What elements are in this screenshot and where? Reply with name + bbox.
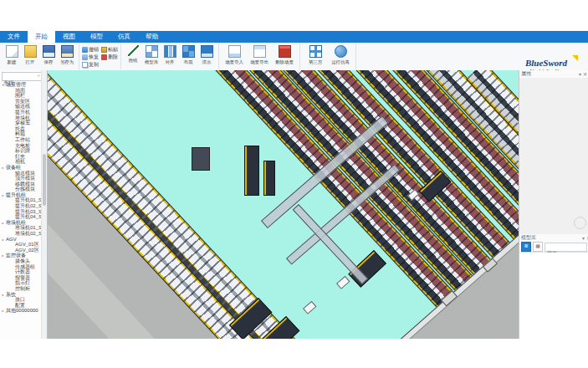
ribbon-button-label: 场景导入 [225, 59, 243, 65]
tree-item[interactable]: 堆垛机01_SB [0, 225, 42, 231]
tree-item[interactable]: 配置 [0, 303, 42, 309]
ribbon-button[interactable]: 删除场景 [273, 44, 296, 66]
ribbon-button[interactable]: 另存为 [59, 44, 75, 66]
tree-item[interactable]: ▸ 监控设备 [0, 253, 42, 258]
ribbon-button[interactable]: 场景导出 [248, 44, 271, 66]
tree-item[interactable]: 灯光 [0, 154, 42, 160]
tree-item[interactable]: ▸ 提升机组 [0, 192, 42, 198]
ribbon-button[interactable]: 模型库 [143, 44, 160, 66]
ribbon-small-icon [101, 47, 107, 53]
tree-item[interactable]: 提升机 [0, 110, 42, 115]
tree-item-label: 提升机 [15, 110, 30, 115]
tree-item[interactable]: 地面 [0, 88, 42, 94]
ribbon-button-label: 场景导出 [250, 59, 268, 65]
tree-item-label: 顶升模块 [15, 176, 35, 181]
tree-item[interactable]: ▸ AGV [0, 237, 42, 243]
tree-item-label: 输送线 [15, 104, 30, 110]
tree-item[interactable]: 托盘 [0, 126, 42, 132]
tree-item[interactable]: 堆垛机 [0, 115, 42, 121]
sidebar-scrollbar[interactable] [41, 70, 47, 339]
menu-tab[interactable]: 仿真 [110, 31, 138, 43]
tree-expand-icon[interactable]: ▸ [3, 309, 6, 313]
collapse-icon[interactable]: ▾ [582, 235, 585, 241]
ribbon-button[interactable]: 演示 [198, 44, 215, 66]
menu-tab[interactable]: 帮助 [138, 31, 166, 43]
tree-item-label: 计数器 [15, 269, 30, 275]
ribbon-button[interactable]: 布局 [180, 44, 197, 66]
tree-item[interactable]: 货架区 [0, 99, 42, 105]
tree-item[interactable]: 提升机02_SB [0, 203, 42, 209]
tree-item[interactable]: 报警器 [0, 275, 42, 281]
menu-tab[interactable]: 视图 [55, 31, 83, 43]
tree-item[interactable]: ▸ 堆垛机组 [0, 220, 42, 226]
tree-item[interactable]: ▸ 其他00000000 [0, 308, 42, 314]
tree-item[interactable]: 围栏 [0, 93, 42, 99]
tree-item[interactable]: 指示灯 [0, 280, 42, 286]
tree-expand-icon[interactable]: ▸ [3, 193, 6, 197]
tree-item[interactable]: 标识牌 [0, 148, 42, 154]
logo-triangle-accent [572, 55, 578, 61]
ribbon-button[interactable]: 画线 [125, 44, 141, 64]
tree-item[interactable]: 传感器组 [0, 264, 42, 270]
tree-item[interactable]: AGV_01区 [0, 242, 42, 248]
ribbon-small-button[interactable]: 删除 [101, 54, 118, 61]
tree-expand-icon[interactable]: ▾ [3, 83, 6, 87]
tree-search-box[interactable]: ⌕ [2, 72, 42, 81]
tree-expand-icon[interactable]: ▸ [3, 221, 6, 225]
ribbon-button[interactable]: 打开 [22, 44, 38, 66]
scene-shuttle-cart [336, 276, 350, 289]
menu-tab[interactable]: 模型 [83, 31, 110, 43]
close-icon[interactable]: ✕ [583, 71, 587, 77]
tree-item[interactable]: 工作站 [0, 137, 42, 143]
tree-item[interactable]: 输送线 [0, 104, 42, 110]
ribbon-button[interactable]: 新建 [3, 44, 20, 66]
tree-item[interactable]: 堆垛机02_SB [0, 231, 42, 237]
ribbon-small-button[interactable]: 恢复 [82, 54, 99, 61]
tree-item[interactable]: 分拣模块 [0, 187, 42, 192]
tree-item[interactable]: 计数器 [0, 269, 42, 275]
menu-tab[interactable]: 文件 [0, 31, 28, 43]
logo-text-en: BlueSword [513, 58, 580, 68]
sidebar-scrollbar-thumb[interactable] [43, 154, 46, 206]
tree-expand-icon[interactable]: ▸ [3, 237, 6, 241]
ribbon-small-button[interactable]: 撤销 [82, 46, 99, 54]
tree-item[interactable]: 摄像头 [0, 258, 42, 264]
tree-item[interactable]: 提升机04_SB [0, 214, 42, 220]
tree-item-label: 传感器组 [15, 264, 35, 270]
grid-view-button[interactable]: ▦ [533, 242, 543, 252]
tree-item[interactable]: 顶升模块 [0, 176, 42, 181]
tree-item[interactable]: ▸ 设备组 [0, 165, 42, 171]
tree-item[interactable]: 充电桩 [0, 143, 42, 149]
tree-item[interactable]: 接口 [0, 297, 42, 303]
tree-item[interactable]: 提升机01_SB [0, 197, 42, 203]
menu-tab[interactable]: 开始 [28, 31, 55, 43]
tree-item[interactable]: ▸ 系统 [0, 292, 42, 298]
tree-item[interactable]: 相机 [0, 159, 42, 165]
ribbon-small-button[interactable]: 复制 [82, 61, 99, 69]
ribbon-small-icon [101, 54, 107, 60]
ribbon-button[interactable]: 对齐 [161, 44, 178, 66]
tree-item[interactable]: 输送模块 [0, 171, 42, 176]
tree-item-label: 设备组 [6, 165, 21, 171]
tree-item[interactable]: AGV_02区 [0, 248, 42, 253]
ribbon-button[interactable]: 运行仿真 [329, 44, 352, 66]
list-view-button[interactable]: ≣ [521, 242, 531, 252]
tree-item[interactable]: 穿梭车 [0, 120, 42, 126]
ribbon-button[interactable]: 第三方 [304, 44, 327, 66]
tree-expand-icon[interactable]: ▸ [3, 253, 6, 258]
tree-item[interactable]: 料箱 [0, 131, 42, 137]
3d-viewport[interactable] [48, 70, 519, 339]
ribbon-button[interactable]: 场景导入 [222, 44, 246, 66]
ribbon-small-button[interactable]: 粘贴 [101, 46, 118, 54]
tree-expand-icon[interactable]: ▸ [3, 292, 6, 296]
ribbon-button[interactable]: 保存 [40, 44, 57, 66]
tree-item[interactable]: 提升机03_SB [0, 209, 42, 215]
tree-expand-icon[interactable]: ▸ [3, 166, 6, 170]
tree-item[interactable]: 移载模块 [0, 181, 42, 187]
menu-bar: 文件开始视图模型仿真帮助 [0, 31, 588, 43]
ribbon-group-run: 第三方 运行仿真 [300, 43, 356, 69]
tree-item[interactable]: 控制柜 [0, 286, 42, 292]
tree-item[interactable]: ▾ 场景管理 [0, 82, 42, 88]
library-search-box[interactable] [545, 243, 587, 252]
collapse-icon[interactable]: ▾ [579, 71, 581, 77]
